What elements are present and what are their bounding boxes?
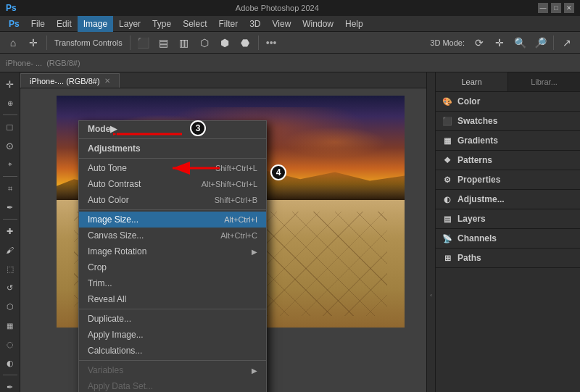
layers-label: Layers <box>457 214 486 224</box>
cracks-layer <box>74 212 387 316</box>
tab-label: iPhone-... (RGB/8#) <box>30 77 100 86</box>
pen-tool[interactable]: ✒ <box>1 378 19 392</box>
panel-section-adjustments: ◐ Adjustme... <box>436 190 580 209</box>
tool-separator-4 <box>3 375 17 375</box>
panel-section-gradients: ▦ Gradients <box>436 131 580 151</box>
blur-tool[interactable]: ◌ <box>1 335 19 353</box>
transform-controls-label: Transform Controls <box>51 38 125 47</box>
tab-learn[interactable]: Learn <box>436 72 508 91</box>
menu-edit[interactable]: Edit <box>51 16 78 32</box>
tab-libraries[interactable]: Librar... <box>508 72 580 91</box>
canvas-area: iPhone-... (RGB/8#) ✕ <box>20 72 426 392</box>
panel-section-patterns: ❖ Patterns <box>436 151 580 170</box>
swatches-icon: ⬛ <box>442 115 453 127</box>
menu-select[interactable]: Select <box>177 16 212 32</box>
minimize-button[interactable]: — <box>538 3 548 13</box>
menu-file[interactable]: File <box>25 16 51 32</box>
close-button[interactable]: ✕ <box>564 3 574 13</box>
align-top-button[interactable]: ⬡ <box>196 34 213 51</box>
lasso-tool[interactable]: ⊙ <box>1 137 19 154</box>
right-panel-tabs: Learn Librar... <box>436 72 580 92</box>
adjustments-icon: ◐ <box>442 193 453 205</box>
color-panel-header[interactable]: 🎨 Color <box>436 92 580 111</box>
brush-tool[interactable]: 🖌 <box>1 241 19 259</box>
canvas-viewport[interactable]: Mode ▶ Adjustments Auto Tone Shift+Ctrl+… <box>20 88 426 392</box>
move-tool[interactable]: ✛ <box>1 75 19 93</box>
canvas-tab[interactable]: iPhone-... (RGB/8#) ✕ <box>20 73 120 88</box>
paths-icon: ⊞ <box>442 252 453 264</box>
home-button[interactable]: ⌂ <box>4 34 22 51</box>
history-tool[interactable]: ↺ <box>1 279 19 296</box>
color-label: Color <box>457 96 480 107</box>
gradients-panel-header[interactable]: ▦ Gradients <box>436 131 580 150</box>
zoom-out-button[interactable]: 🔎 <box>531 34 549 51</box>
align-left-button[interactable]: ⬛ <box>135 34 152 51</box>
panel-section-properties: ⚙ Properties <box>436 170 580 190</box>
menu-apply-image-item[interactable]: Apply Image... <box>79 327 266 343</box>
marquee-tool[interactable]: □ <box>1 118 19 135</box>
eraser-tool[interactable]: ⬡ <box>1 298 19 315</box>
maximize-button[interactable]: □ <box>551 3 561 13</box>
title-bar: Ps Adobe Photoshop 2024 — □ ✕ <box>0 0 580 16</box>
menu-view[interactable]: View <box>267 16 297 32</box>
channels-panel-header[interactable]: 📡 Channels <box>436 229 580 248</box>
artboard-tool[interactable]: ⊕ <box>1 94 19 112</box>
options-toolbar: ⌂ ✛ Transform Controls ⬛ ▤ ▥ ⬡ ⬢ ⬣ ••• 3… <box>0 32 580 54</box>
crop-tool[interactable]: ⌗ <box>1 180 19 197</box>
menu-ps[interactable]: Ps <box>3 16 25 32</box>
dodge-tool[interactable]: ◐ <box>1 354 19 372</box>
zoom-in-button[interactable]: 🔍 <box>511 34 529 51</box>
clone-tool[interactable]: ⬚ <box>1 260 19 278</box>
right-panel: Learn Librar... 🎨 Color ⬛ Swatches ▦ Gra… <box>435 72 580 392</box>
patterns-icon: ❖ <box>442 154 453 166</box>
align-center-button[interactable]: ▤ <box>155 34 173 51</box>
menu-3d[interactable]: 3D <box>244 16 266 32</box>
layers-panel-header[interactable]: ▤ Layers <box>436 209 580 228</box>
paths-panel-header[interactable]: ⊞ Paths <box>436 249 580 267</box>
3d-pan-button[interactable]: ✛ <box>491 34 508 51</box>
adjustments-panel-header[interactable]: ◐ Adjustme... <box>436 190 580 209</box>
tool-separator-1 <box>3 114 17 115</box>
options-spacer: iPhone- ... <box>6 59 42 67</box>
swatches-panel-header[interactable]: ⬛ Swatches <box>436 112 580 130</box>
quick-select-tool[interactable]: ⌖ <box>1 156 19 173</box>
window-controls[interactable]: — □ ✕ <box>538 3 574 13</box>
layers-icon: ▤ <box>442 213 453 225</box>
menu-layer[interactable]: Layer <box>113 16 146 32</box>
share-button[interactable]: ↗ <box>558 34 576 51</box>
menu-filter[interactable]: Filter <box>212 16 244 32</box>
patterns-panel-header[interactable]: ❖ Patterns <box>436 151 580 170</box>
menu-calculations-item[interactable]: Calculations... <box>79 343 266 359</box>
gradient-tool[interactable]: ▦ <box>1 317 19 334</box>
menu-window[interactable]: Window <box>297 16 339 32</box>
menu-variables-item: Variables ▶ <box>79 362 266 378</box>
apply-data-set-label: Apply Data Set... <box>88 381 153 391</box>
document-canvas <box>57 96 405 328</box>
toolbar-separator-2 <box>130 36 130 50</box>
tool-separator-3 <box>3 219 17 220</box>
properties-panel-header[interactable]: ⚙ Properties <box>436 170 580 189</box>
menu-help[interactable]: Help <box>339 16 369 32</box>
panel-section-color: 🎨 Color <box>436 92 580 112</box>
align-right-button[interactable]: ▥ <box>175 34 193 51</box>
menu-apply-data-set-item: Apply Data Set... <box>79 378 266 392</box>
options-mode: (RGB/8#) <box>46 59 80 67</box>
panel-section-swatches: ⬛ Swatches <box>436 112 580 131</box>
variables-label: Variables <box>88 365 123 375</box>
panel-section-paths: ⊞ Paths <box>436 249 580 268</box>
tab-close-icon[interactable]: ✕ <box>104 77 110 85</box>
main-row: ✛ ⊕ □ ⊙ ⌖ ⌗ ✒ ✚ 🖌 ⬚ ↺ ⬡ ▦ ◌ ◐ ✒ T ⬔ □ ✋ … <box>0 72 580 392</box>
toolbar-separator-3 <box>258 36 259 50</box>
align-bottom-button[interactable]: ⬣ <box>236 34 254 51</box>
align-middle-button[interactable]: ⬢ <box>216 34 233 51</box>
eyedropper-tool[interactable]: ✒ <box>1 199 19 216</box>
menu-type[interactable]: Type <box>146 16 177 32</box>
3d-rotate-button[interactable]: ⟳ <box>471 34 488 51</box>
toolbar-separator-4 <box>553 36 554 50</box>
healing-tool[interactable]: ✚ <box>1 222 19 240</box>
channels-icon: 📡 <box>442 233 453 244</box>
more-options-icon[interactable]: ••• <box>263 37 280 49</box>
right-panel-collapse-button[interactable]: ‹ <box>426 72 435 392</box>
menu-image[interactable]: Image <box>78 16 113 32</box>
move-tool-button[interactable]: ✛ <box>25 34 42 51</box>
